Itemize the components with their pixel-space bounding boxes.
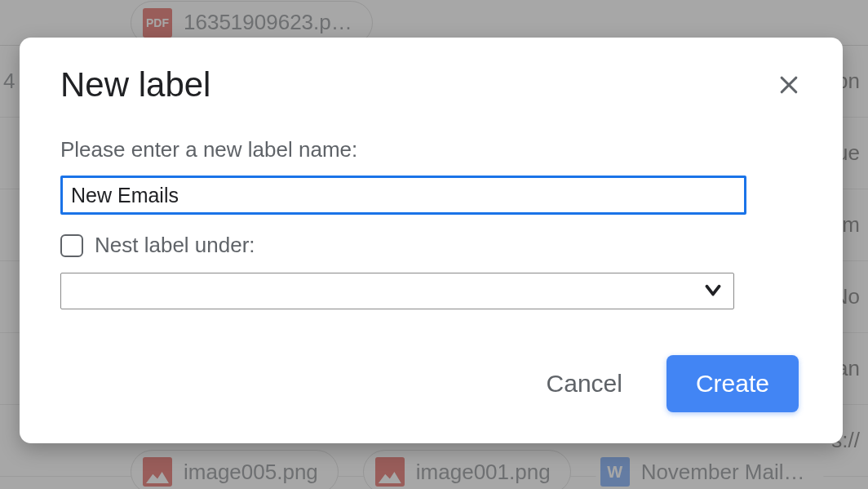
cancel-button[interactable]: Cancel [538,363,631,404]
parent-label-select[interactable] [60,273,734,309]
dialog-title: New label [60,65,210,104]
nest-checkbox[interactable] [60,234,83,257]
create-button[interactable]: Create [666,355,799,412]
nest-checkbox-label: Nest label under: [95,233,255,258]
close-icon[interactable] [776,72,802,98]
chevron-down-icon [702,279,724,304]
new-label-dialog: New label Please enter a new label name:… [20,38,843,443]
label-name-prompt: Please enter a new label name: [60,137,802,162]
label-name-input[interactable] [60,176,746,215]
